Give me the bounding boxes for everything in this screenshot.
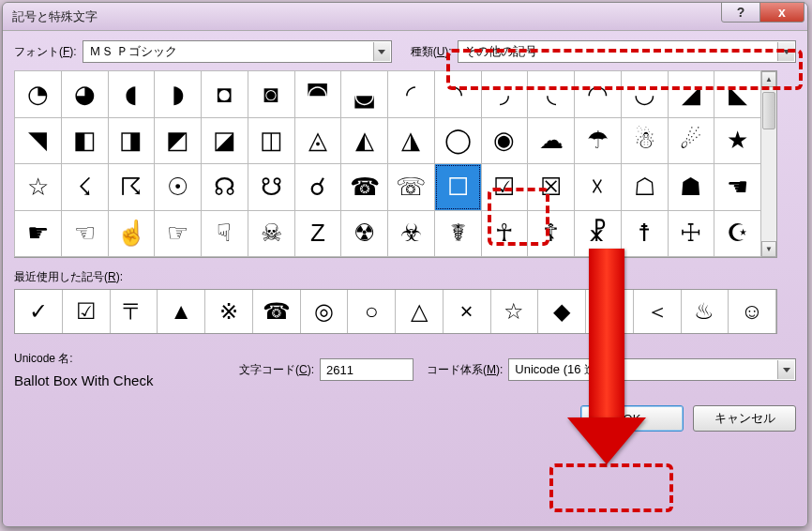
symbol-cell[interactable]: ☃: [621, 117, 669, 165]
symbol-cell[interactable]: ☏: [387, 163, 435, 211]
font-combo[interactable]: ＭＳ Ｐゴシック: [83, 40, 392, 63]
symbol-cell[interactable]: Z: [294, 210, 342, 258]
close-button[interactable]: x: [759, 2, 804, 23]
symbol-cell[interactable]: ◟: [527, 70, 575, 118]
symbol-cell[interactable]: ☗: [668, 163, 715, 211]
chevron-down-icon[interactable]: [373, 42, 390, 61]
symbol-cell[interactable]: ◡: [621, 70, 669, 118]
symbol-cell[interactable]: ☓: [574, 163, 622, 211]
scroll-up-button[interactable]: ▲: [761, 71, 776, 87]
recent-label: 最近使用した記号(R):: [14, 269, 796, 285]
recent-symbol-cell[interactable]: ※: [205, 290, 253, 333]
scroll-down-button[interactable]: ▼: [761, 241, 776, 257]
recent-symbol-cell[interactable]: ✓: [15, 290, 63, 333]
recent-symbol-cell[interactable]: ◆: [538, 290, 586, 333]
recent-symbol-cell[interactable]: △: [396, 290, 444, 333]
symbol-cell[interactable]: ◧: [61, 117, 109, 165]
recent-symbol-cell[interactable]: ☎: [253, 290, 301, 333]
scroll-thumb[interactable]: [762, 92, 775, 129]
window-title: 記号と特殊文字: [12, 8, 98, 25]
symbol-cell[interactable]: ☇: [61, 163, 109, 211]
symbol-cell[interactable]: ◮: [387, 117, 435, 165]
symbol-cell[interactable]: ★: [714, 117, 761, 165]
symbol-cell[interactable]: ◖: [108, 70, 156, 118]
symbol-cell[interactable]: ◫: [248, 117, 295, 165]
subset-combo[interactable]: その他の記号: [458, 40, 796, 63]
ok-button[interactable]: OK: [580, 405, 684, 432]
symbol-cell[interactable]: ◛: [340, 70, 388, 118]
symbol-cell[interactable]: ◙: [248, 70, 295, 118]
symbol-cell[interactable]: ◥: [14, 117, 62, 165]
symbol-cell[interactable]: ☚: [714, 163, 761, 211]
symbol-cell[interactable]: ☑: [481, 163, 529, 211]
symbol-cell[interactable]: ☐: [434, 163, 482, 211]
font-label: フォント(F):: [14, 44, 77, 60]
symbol-cell[interactable]: ☧: [574, 210, 622, 258]
symbol-cell[interactable]: ☞: [154, 210, 202, 258]
symbol-cell[interactable]: ◗: [154, 70, 202, 118]
symbol-cell[interactable]: ☪: [714, 210, 761, 258]
recent-symbol-cell[interactable]: 〒: [111, 290, 158, 333]
recent-symbol-cell[interactable]: ×: [444, 290, 491, 333]
symbol-cell[interactable]: ◚: [294, 70, 342, 118]
symbol-cell[interactable]: ☆: [14, 163, 62, 211]
symbol-cell[interactable]: ◔: [14, 70, 62, 118]
recent-symbol-cell[interactable]: ﾊ: [586, 290, 634, 333]
symbol-cell[interactable]: ◣: [714, 70, 761, 118]
symbol-cell[interactable]: ☝: [108, 210, 156, 258]
symbol-cell[interactable]: ☢: [340, 210, 388, 258]
symbol-cell[interactable]: ☄: [668, 117, 715, 165]
symbol-cell[interactable]: ◨: [108, 117, 156, 165]
symbol-cell[interactable]: ◜: [387, 70, 435, 118]
symbol-cell[interactable]: ☟: [201, 210, 248, 258]
recent-symbol-cell[interactable]: ○: [348, 290, 396, 333]
scrollbar[interactable]: ▲ ▼: [760, 71, 776, 257]
symbol-cell[interactable]: ◠: [574, 70, 622, 118]
symbol-cell[interactable]: ☜: [61, 210, 109, 258]
recent-symbol-cell[interactable]: ＜: [634, 290, 682, 333]
symbol-cell[interactable]: ☂: [574, 117, 622, 165]
symbol-cell[interactable]: ◢: [668, 70, 715, 118]
symbol-cell[interactable]: ☁: [527, 117, 575, 165]
symbol-cell[interactable]: ◞: [481, 70, 529, 118]
symbol-cell[interactable]: ◪: [201, 117, 248, 165]
cancel-button[interactable]: キャンセル: [693, 405, 796, 432]
code-system-combo[interactable]: Unicode (16 進): [508, 358, 796, 381]
symbol-cell[interactable]: ◝: [434, 70, 482, 118]
symbol-cell[interactable]: ☣: [387, 210, 435, 258]
symbol-cell[interactable]: ☥: [481, 210, 529, 258]
symbol-cell[interactable]: ☎: [340, 163, 388, 211]
char-code-input[interactable]: 2611: [320, 358, 414, 381]
symbol-cell[interactable]: ☛: [14, 210, 62, 258]
symbol-cell[interactable]: ☒: [527, 163, 575, 211]
symbol-cell[interactable]: ☉: [154, 163, 202, 211]
symbol-cell[interactable]: ◉: [481, 117, 529, 165]
symbol-cell[interactable]: ☩: [668, 210, 715, 258]
recent-symbol-cell[interactable]: ▲: [158, 290, 205, 333]
symbol-cell[interactable]: ☌: [294, 163, 342, 211]
recent-symbol-cell[interactable]: ☆: [491, 290, 539, 333]
chevron-down-icon[interactable]: [777, 42, 794, 61]
symbol-cell[interactable]: ☖: [621, 163, 669, 211]
symbol-cell[interactable]: ☋: [248, 163, 295, 211]
symbol-cell[interactable]: ◘: [201, 70, 248, 118]
help-button[interactable]: ?: [721, 2, 760, 23]
unicode-name: Ballot Box With Check: [14, 372, 239, 388]
recent-symbol-cell[interactable]: ☺: [729, 290, 776, 333]
font-combo-value: ＭＳ Ｐゴシック: [89, 43, 178, 60]
recent-symbol-cell[interactable]: ☑: [63, 290, 111, 333]
symbol-cell[interactable]: ☠: [248, 210, 295, 258]
recent-symbol-cell[interactable]: ♨: [682, 290, 729, 333]
symbol-cell[interactable]: ◬: [294, 117, 342, 165]
symbol-cell[interactable]: ☊: [201, 163, 248, 211]
symbol-cell[interactable]: ◩: [154, 117, 202, 165]
symbol-cell[interactable]: ☦: [527, 210, 575, 258]
chevron-down-icon[interactable]: [777, 360, 794, 379]
symbol-cell[interactable]: ◯: [434, 117, 482, 165]
recent-symbol-cell[interactable]: ◎: [301, 290, 349, 333]
symbol-cell[interactable]: ☨: [621, 210, 669, 258]
symbol-cell[interactable]: ◕: [61, 70, 109, 118]
symbol-cell[interactable]: ◭: [340, 117, 388, 165]
symbol-cell[interactable]: ☤: [434, 210, 482, 258]
symbol-cell[interactable]: ☈: [108, 163, 156, 211]
